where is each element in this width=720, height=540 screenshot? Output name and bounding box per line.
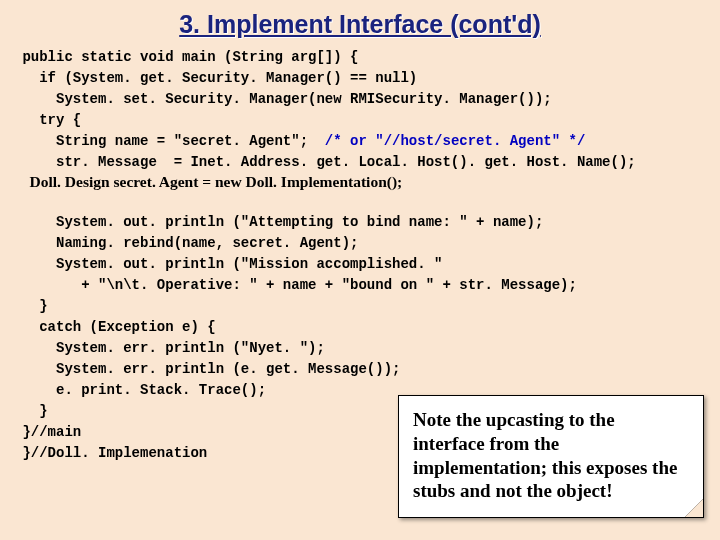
- code-line: System. set. Security. Manager(new RMISe…: [14, 91, 552, 107]
- code-line: try {: [14, 112, 81, 128]
- code-line: }//main: [14, 424, 81, 440]
- highlight-line: Doll. Design secret. Agent = new Doll. I…: [0, 173, 720, 191]
- code-line: }: [14, 403, 48, 419]
- page-fold-icon: [685, 499, 703, 517]
- code-line: System. err. println ("Nyet. ");: [14, 340, 325, 356]
- code-line: str. Message = Inet. Address. get. Local…: [14, 154, 636, 170]
- code-line: if (System. get. Security. Manager() == …: [14, 70, 417, 86]
- code-line: public static void main (String arg[]) {: [14, 49, 358, 65]
- slide-title: 3. Implement Interface (cont'd): [0, 0, 720, 47]
- code-comment: /* or "//host/secret. Agent" */: [325, 133, 585, 149]
- code-line: }//Doll. Implemenation: [14, 445, 207, 461]
- code-line: }: [14, 298, 48, 314]
- code-line: + "\n\t. Operative: " + name + "bound on…: [14, 277, 577, 293]
- callout-text: Note the upcasting to the interface from…: [413, 409, 677, 501]
- code-line: System. out. println ("Mission accomplis…: [14, 256, 442, 272]
- code-line: Naming. rebind(name, secret. Agent);: [14, 235, 358, 251]
- code-line: System. out. println ("Attempting to bin…: [14, 214, 543, 230]
- code-line: e. print. Stack. Trace();: [14, 382, 266, 398]
- code-line: System. err. println (e. get. Message())…: [14, 361, 400, 377]
- code-line: String name = "secret. Agent";: [14, 133, 325, 149]
- callout-note: Note the upcasting to the interface from…: [398, 395, 704, 518]
- code-line: catch (Exception e) {: [14, 319, 216, 335]
- code-block: public static void main (String arg[]) {…: [0, 47, 720, 173]
